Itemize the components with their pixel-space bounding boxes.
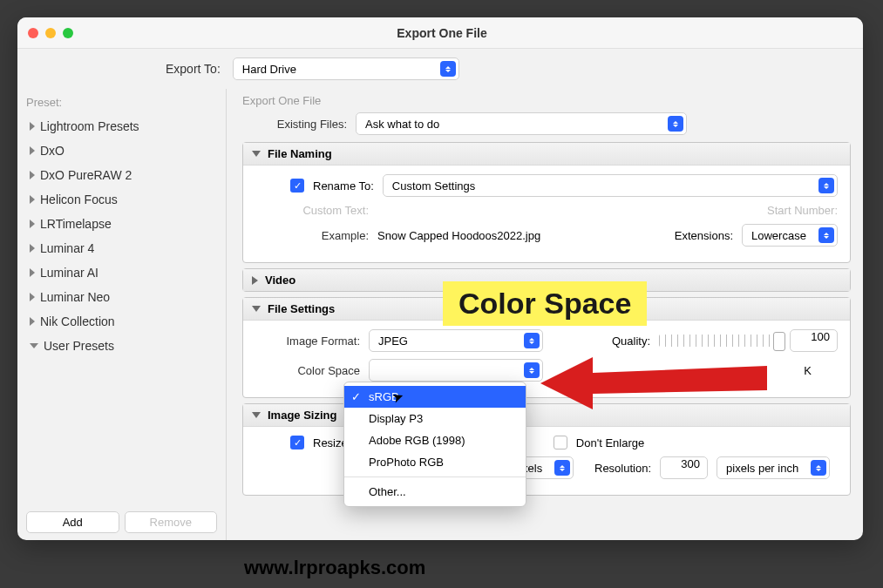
disclosure-triangle-icon xyxy=(252,276,258,285)
resize-checkbox[interactable]: ✓ xyxy=(290,436,304,449)
close-icon[interactable] xyxy=(28,28,38,38)
triangle-right-icon xyxy=(30,195,35,204)
image-format-label: Image Format: xyxy=(255,335,360,348)
triangle-right-icon xyxy=(30,171,35,179)
example-label: Example: xyxy=(255,229,369,242)
triangle-right-icon xyxy=(30,268,35,277)
sub-header: Export One File xyxy=(242,94,851,107)
quality-slider[interactable] xyxy=(659,335,781,347)
quality-label: Quality: xyxy=(612,335,650,348)
dropdown-option-other[interactable]: Other... xyxy=(344,481,526,503)
file-naming-header[interactable]: File Naming xyxy=(243,143,850,166)
quality-input[interactable]: 100 xyxy=(790,329,838,352)
resolution-label: Resolution: xyxy=(594,462,651,475)
custom-text-label: Custom Text: xyxy=(255,204,369,217)
dropdown-option-adobergb[interactable]: Adobe RGB (1998) xyxy=(344,429,526,451)
resolution-input[interactable]: 300 xyxy=(660,456,708,479)
chevron-updown-icon xyxy=(811,460,826,476)
zoom-icon[interactable] xyxy=(63,28,73,38)
preset-item[interactable]: User Presets xyxy=(26,334,217,358)
preset-item[interactable]: DxO xyxy=(26,139,217,163)
file-size-unit: K xyxy=(804,364,812,377)
export-to-label: Export To: xyxy=(166,62,221,76)
extensions-select[interactable]: Lowercase xyxy=(742,224,838,247)
preset-item[interactable]: DxO PureRAW 2 xyxy=(26,163,217,187)
disclosure-triangle-icon xyxy=(252,151,261,157)
existing-files-select[interactable]: Ask what to do xyxy=(356,112,687,135)
preset-item[interactable]: LRTimelapse xyxy=(26,212,217,236)
dropdown-option-prophoto[interactable]: ProPhoto RGB xyxy=(344,451,526,473)
chevron-updown-icon xyxy=(554,460,570,476)
preset-item[interactable]: Helicon Focus xyxy=(26,187,217,212)
chevron-updown-icon xyxy=(818,227,834,243)
preset-item[interactable]: Luminar AI xyxy=(26,260,217,285)
dropdown-option-srgb[interactable]: sRGB xyxy=(344,386,526,408)
preset-item[interactable]: Lightroom Presets xyxy=(26,114,217,139)
preset-sidebar: Preset: Lightroom Presets DxO DxO PureRA… xyxy=(17,89,227,540)
dont-enlarge-checkbox[interactable] xyxy=(554,436,567,449)
triangle-right-icon xyxy=(30,220,35,228)
preset-header: Preset: xyxy=(26,96,217,109)
existing-files-label: Existing Files: xyxy=(242,118,347,131)
annotation-highlight: Color Space xyxy=(443,281,647,326)
titlebar: Export One File xyxy=(17,17,863,49)
disclosure-triangle-icon xyxy=(252,306,261,312)
color-space-select[interactable] xyxy=(369,359,543,382)
chevron-updown-icon xyxy=(440,61,456,77)
preset-item[interactable]: Nik Collection xyxy=(26,309,217,334)
export-to-select[interactable]: Hard Drive xyxy=(233,57,459,80)
disclosure-triangle-icon xyxy=(252,412,261,418)
triangle-right-icon xyxy=(30,293,35,301)
minimize-icon[interactable] xyxy=(45,28,56,38)
color-space-dropdown: sRGB Display P3 Adobe RGB (1998) ProPhot… xyxy=(343,382,526,507)
rename-template-select[interactable]: Custom Settings xyxy=(383,174,838,197)
chevron-updown-icon xyxy=(668,116,683,132)
rename-checkbox[interactable]: ✓ xyxy=(290,179,304,193)
preset-list: Lightroom Presets DxO DxO PureRAW 2 Heli… xyxy=(26,114,217,511)
add-preset-button[interactable]: Add xyxy=(26,511,119,533)
triangle-down-icon xyxy=(30,343,38,348)
rename-to-label: Rename To: xyxy=(313,179,374,193)
triangle-right-icon xyxy=(30,244,35,253)
chevron-updown-icon xyxy=(524,362,540,378)
export-to-row: Export To: Hard Drive xyxy=(17,49,863,89)
triangle-right-icon xyxy=(30,146,35,155)
export-dialog: Export One File Export To: Hard Drive Pr… xyxy=(17,17,863,540)
dont-enlarge-label: Don't Enlarge xyxy=(576,436,644,449)
export-to-value: Hard Drive xyxy=(242,63,296,76)
watermark-text: www.lrproapks.com xyxy=(244,557,425,579)
window-title: Export One File xyxy=(73,26,811,40)
file-naming-section: File Naming ✓ Rename To: Custom Settings… xyxy=(242,142,851,263)
dropdown-option-displayp3[interactable]: Display P3 xyxy=(344,408,526,429)
start-number-label: Start Number: xyxy=(767,204,838,217)
preset-item[interactable]: Luminar Neo xyxy=(26,285,217,309)
resolution-unit-select[interactable]: pixels per inch xyxy=(717,456,830,479)
chevron-updown-icon xyxy=(818,178,834,193)
color-space-label: Color Space xyxy=(255,364,360,377)
remove-preset-button[interactable]: Remove xyxy=(125,511,218,533)
extensions-label: Extensions: xyxy=(675,229,733,242)
chevron-updown-icon xyxy=(524,333,540,348)
triangle-right-icon xyxy=(30,122,35,131)
svg-marker-0 xyxy=(540,357,767,409)
image-format-select[interactable]: JPEG xyxy=(369,329,543,352)
annotation-arrow-icon xyxy=(540,348,776,418)
window-controls xyxy=(28,28,73,38)
preset-item[interactable]: Luminar 4 xyxy=(26,236,217,260)
example-value: Snow Capped Hoodoos2022.jpg xyxy=(377,229,540,242)
divider xyxy=(344,476,526,477)
triangle-right-icon xyxy=(30,317,35,326)
